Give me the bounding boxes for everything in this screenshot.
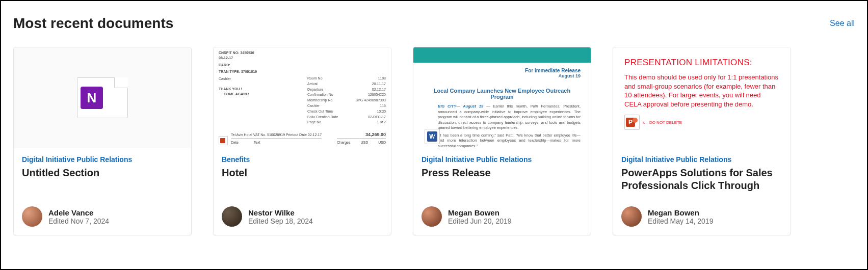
document-thumbnail: CNSPIT NO: 3450936 08-12-17 CARD: TRAN T… [214, 47, 391, 148]
thumb-text: Cashier [307, 103, 320, 109]
word-icon: W [425, 129, 440, 144]
thumb-text: 1108 [378, 76, 386, 81]
thumb-text: Membership No [307, 98, 332, 103]
thumb-text: USD [378, 140, 386, 145]
card-meta: Digital Initiative Public Relations Pres… [413, 148, 591, 235]
document-card[interactable]: PRESENTATION LIMITATIONS: This demo shou… [613, 47, 791, 235]
edited-date: Edited Nov 7, 2024 [48, 217, 109, 225]
document-card[interactable]: For Immediate Release August 19 Local Co… [413, 47, 591, 235]
thumb-text: 02-DEC-17 [368, 115, 386, 120]
thumb-text: BIG CITY— August 19 — [438, 104, 490, 109]
thumb-text: Page No. [307, 120, 322, 125]
avatar [422, 206, 442, 227]
card-title: Press Release [422, 167, 583, 192]
avatar [22, 206, 42, 227]
thumb-text: CNSPIT NO: 3450936 [219, 50, 297, 56]
thumb-text: Local Company Launches New Employee Outr… [424, 88, 581, 100]
thumb-text: 128954225 [368, 92, 386, 97]
thumb-text: 1 of 2 [377, 120, 386, 125]
document-thumbnail: PRESENTATION LIMITATIONS: This demo shou… [613, 47, 791, 148]
document-thumbnail: N [14, 47, 191, 148]
thumb-text: k – DO NOT DELETE [643, 120, 682, 125]
thumb-text: Folio Creation Date [307, 115, 338, 120]
card-category[interactable]: Digital Initiative Public Relations [621, 155, 782, 164]
card-title: Hotel [222, 167, 383, 192]
author-name: Nestor Wilke [248, 208, 313, 217]
powerpoint-icon [219, 136, 228, 145]
author-name: Megan Bowen [648, 208, 713, 217]
thumb-text: COME AGAIN ! [219, 92, 297, 97]
thumb-text: Cashier [219, 76, 297, 82]
thumb-text: Arrival [307, 82, 318, 87]
thumb-text: “It has been a long time coming,” said P… [424, 133, 581, 149]
see-all-link[interactable]: See all [830, 19, 855, 28]
card-category[interactable]: Digital Initiative Public Relations [22, 155, 183, 164]
card-author: Megan Bowen Edited May 14, 2019 [621, 206, 782, 227]
card-meta: Digital Initiative Public Relations Powe… [613, 148, 791, 235]
thumb-text: August 19 [424, 73, 581, 78]
card-meta: Digital Initiative Public Relations Unti… [14, 148, 191, 235]
avatar [222, 206, 242, 227]
avatar [621, 206, 642, 227]
thumb-text: SPG 42490987393 [355, 98, 386, 103]
card-author: Adele Vance Edited Nov 7, 2024 [22, 206, 183, 227]
card-category[interactable]: Benefits [222, 155, 383, 164]
thumb-text: 02.12.17 [372, 87, 386, 92]
thumb-text: Charges [337, 140, 350, 145]
card-title: Untitled Section [22, 167, 183, 192]
section-title: Most recent documents [13, 15, 173, 32]
edited-date: Edited May 14, 2019 [648, 217, 713, 225]
author-name: Megan Bowen [448, 208, 512, 217]
thumb-text: TRAN TYPE: 37901019 [219, 69, 297, 74]
thumb-text: Departure [307, 87, 323, 92]
thumb-text: Room No [307, 76, 323, 81]
thumb-text: 34,269.00 [337, 131, 386, 138]
thumb-text: 08-12-17 [219, 56, 297, 61]
thumb-text: 10:30 [377, 109, 386, 114]
section-header: Most recent documents See all [13, 15, 855, 32]
thumb-text: THANK YOU ! [219, 87, 297, 92]
document-card[interactable]: N Digital Initiative Public Relations Un… [13, 47, 192, 235]
thumb-text: 116 [380, 103, 386, 109]
card-category[interactable]: Digital Initiative Public Relations [422, 155, 583, 164]
card-meta: Benefits Hotel Nestor Wilke Edited Sep 1… [214, 148, 391, 235]
cards-row: N Digital Initiative Public Relations Un… [13, 47, 855, 235]
author-name: Adele Vance [48, 208, 109, 217]
thumb-text: Confirmation No [307, 92, 333, 97]
thumb-text: CARD: [219, 63, 297, 68]
card-author: Megan Bowen Edited Jun 20, 2019 [422, 206, 583, 227]
document-thumbnail: For Immediate Release August 19 Local Co… [413, 47, 591, 148]
card-author: Nestor Wilke Edited Sep 18, 2024 [222, 206, 383, 227]
edited-date: Edited Jun 20, 2019 [448, 217, 512, 225]
thumb-text: Check Out Time [307, 109, 333, 114]
edited-date: Edited Sep 18, 2024 [248, 217, 313, 225]
thumb-text: For Immediate Release [424, 68, 581, 73]
onenote-file-icon: N [77, 77, 128, 118]
thumb-text: This demo should be used only for 1:1 pr… [624, 73, 779, 109]
card-title: PowerApps Solutions for Sales Profession… [621, 167, 782, 192]
document-card[interactable]: CNSPIT NO: 3450936 08-12-17 CARD: TRAN T… [213, 47, 391, 235]
thumb-text: Text [254, 140, 260, 145]
thumb-text: USD [360, 140, 368, 145]
powerpoint-icon: P [624, 115, 640, 130]
thumb-text: 28.11.17 [372, 82, 386, 87]
onenote-icon: N [81, 87, 103, 109]
thumb-text: Tel Aviv Hotel VAT No. 510028919 Printou… [231, 132, 322, 138]
thumb-heading: PRESENTATION LIMITATIONS: [624, 58, 779, 68]
thumb-text: Date [231, 140, 239, 145]
